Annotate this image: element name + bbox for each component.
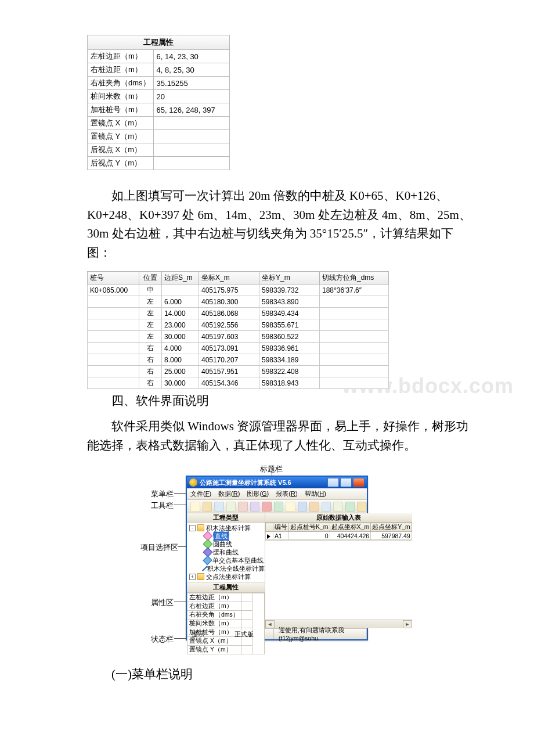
tool-icon[interactable] [309,502,319,512]
table-row: 左30.000405197.603598360.522 [88,331,389,343]
menu-file[interactable]: 文件(F) [190,489,211,498]
toolbar[interactable] [187,500,367,513]
menu-report[interactable]: 报表(R) [276,489,297,498]
result-table: 桩号 位置 边距S_m 坐标X_m 坐标Y_m 切线方位角_dms K0+065… [87,271,389,389]
tool-icon[interactable] [226,502,236,512]
menubar[interactable]: 文件(F) 数据(R) 图形(G) 报表(R) 帮助(H) [187,488,367,500]
annotated-screenshot: 标题栏 菜单栏 工具栏 项目选择区 属性区 状态栏 数据输入区 结果输出区 图形… [151,464,371,650]
table-row: 右8.000405170.207598334.189 [88,354,389,366]
menu-graph[interactable]: 图形(G) [247,489,269,498]
titlebar[interactable]: 公路施工测量坐标计算系统 V5.6 [187,477,367,488]
table-row: 左6.000405180.300598343.890 [88,296,389,308]
label-status: 状态栏 [151,634,174,645]
tool-icon[interactable] [203,502,212,512]
app-window: 公路施工测量坐标计算系统 V5.6 文件(F) 数据(R) 图形(G) 报表(R… [186,476,368,640]
table-row: 右25.000405157.951598322.408 [88,366,389,377]
table-row: 左14.000405186.068598349.434 [88,308,389,319]
maximize-button[interactable] [340,478,352,487]
tool-icon[interactable] [238,502,248,512]
tool-icon[interactable] [250,502,260,512]
paragraph-1: 如上图填写可一次计算出 20m 倍数的中桩及 K0+65、K0+126、K0+2… [87,186,473,262]
tool-icon[interactable] [190,502,200,512]
data-area [265,540,412,620]
label-toolbar: 工具栏 [151,501,174,511]
label-project: 项目选择区 [140,542,178,553]
table-row: 左23.000405192.556598355.671 [88,319,389,331]
app-icon [189,478,197,487]
minimize-button[interactable] [327,478,339,487]
properties-title: 工程属性 [87,35,230,49]
table-row: 右4.000405173.091598336.961 [88,343,389,354]
project-tree[interactable]: -积木法坐标计算 直线 圆曲线 缓和曲线 单交点基本型曲线 积木法全线坐标计算 … [187,523,265,582]
heading-4: 四、软件界面说明 [87,393,473,409]
tool-icon[interactable] [214,502,224,512]
prop-val: 6, 14, 23, 30 [153,50,229,63]
tree-title: 工程类型 [187,513,265,523]
label-attr: 属性区 [151,597,174,608]
tool-icon[interactable] [298,502,308,512]
heading-5: (一)菜单栏说明 [87,666,473,682]
tool-icon[interactable] [262,502,272,512]
menu-data[interactable]: 数据(R) [218,489,240,498]
props-scrollbar[interactable] [252,593,265,654]
tool-icon[interactable] [357,502,367,512]
label-menubar: 菜单栏 [151,489,174,499]
menu-help[interactable]: 帮助(H) [305,489,326,498]
tool-icon[interactable] [345,502,355,512]
status-message: 迎使用,有问题请联系我(t12jym@sohu. [274,629,367,639]
close-button[interactable] [353,478,365,487]
table-row: 右30.000405154.346598318.943 [88,377,389,389]
tool-icon[interactable] [286,502,295,512]
paragraph-2: 软件采用类似 Windows 资源管理器界面，易上手，好操作，树形功能选择，表格… [87,417,473,455]
table-row: K0+065.000中405175.975598339.732188°36′37… [88,285,389,296]
data-grid[interactable]: 编号 起点桩号K_m 起点坐标X_m 起点坐标Y_m A1 0 404424.4… [265,523,412,540]
status-version: 正式版 [214,629,274,639]
status-hint: 提示 [187,629,214,639]
grid-title: 原始数据输入表 [265,513,412,523]
table-row: A1 0 404424.426 597987.49 [266,532,412,540]
tool-icon[interactable] [322,502,331,512]
row-indicator-icon [267,534,270,539]
properties-panel[interactable]: 工程属性 左桩边距（m） 右桩边距（m） 右桩夹角（dms） 桩间米数（m） 加… [187,582,265,654]
properties-table: 工程属性 左桩边距（m）6, 14, 23, 30 右桩边距（m）4, 8, 2… [87,35,230,170]
tool-icon[interactable] [333,502,343,512]
statusbar: 提示 正式版 迎使用,有问题请联系我(t12jym@sohu. [187,628,367,639]
window-title: 公路施工测量坐标计算系统 V5.6 [200,478,291,487]
prop-key: 左桩边距（m） [88,50,154,63]
tool-icon[interactable] [274,502,284,512]
